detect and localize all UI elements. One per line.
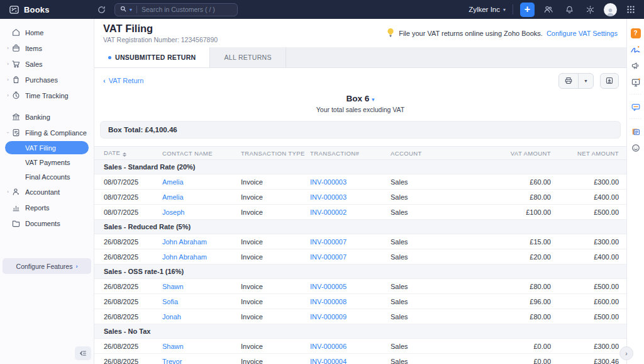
notifications-bell-icon[interactable] bbox=[562, 3, 576, 16]
table-row: 26/08/2025TrevorInvoiceINV-000004Sales£0… bbox=[94, 354, 626, 364]
top-bar: Books ▾ Zylker Inc ▾ + bbox=[0, 0, 644, 19]
sidebar-item-vat-payments[interactable]: VAT Payments bbox=[0, 155, 94, 169]
chat-feedback-icon[interactable] bbox=[630, 101, 641, 112]
sidebar-item-filing-compliance[interactable]: › Filing & Compliance bbox=[0, 125, 94, 140]
lightbulb-icon bbox=[386, 28, 395, 39]
settings-gear-icon[interactable] bbox=[583, 3, 597, 16]
print-options-caret[interactable]: ▼ bbox=[578, 74, 593, 88]
date-cell: 08/07/2025 bbox=[94, 193, 162, 201]
recent-history-icon[interactable] bbox=[94, 3, 108, 16]
sidebar-item-banking[interactable]: Banking bbox=[0, 109, 94, 125]
search-scope-chevron-icon[interactable]: ▾ bbox=[130, 7, 132, 13]
tab-unsubmitted-return[interactable]: UNSUBMITTED RETURN bbox=[94, 47, 210, 67]
contact-link[interactable]: Sofia bbox=[162, 298, 241, 305]
users-icon[interactable] bbox=[541, 3, 555, 16]
purchases-bag-icon bbox=[11, 75, 21, 84]
contact-link[interactable]: Shawn bbox=[162, 283, 241, 290]
date-cell: 26/08/2025 bbox=[94, 313, 162, 321]
table-section-header: Sales - OSS rate-1 (16%) bbox=[94, 264, 626, 279]
chevron-left-icon: ‹ bbox=[103, 77, 106, 84]
vat-registration-number: VAT Registration Number: 1234567890 bbox=[103, 36, 218, 43]
column-header-date[interactable]: DATE bbox=[94, 149, 162, 157]
org-switcher[interactable]: Zylker Inc ▾ bbox=[469, 6, 506, 13]
contact-link[interactable]: Amelia bbox=[162, 178, 241, 186]
transaction-link[interactable]: INV-000009 bbox=[310, 313, 391, 321]
contact-link[interactable]: John Abraham bbox=[162, 253, 241, 261]
sidebar-item-purchases[interactable]: › Purchases bbox=[0, 72, 94, 88]
export-pdf-button[interactable] bbox=[600, 73, 619, 89]
type-cell: Invoice bbox=[241, 283, 310, 290]
collapse-sidebar-button[interactable] bbox=[75, 346, 91, 360]
transaction-link[interactable]: INV-000002 bbox=[310, 208, 391, 216]
contact-link[interactable]: Jonah bbox=[162, 313, 241, 321]
chevron-down-icon: ▾ bbox=[503, 7, 506, 13]
type-cell: Invoice bbox=[241, 193, 310, 201]
contact-link[interactable]: Amelia bbox=[162, 193, 241, 201]
whats-new-icon[interactable] bbox=[630, 126, 641, 137]
transaction-link[interactable]: INV-000007 bbox=[310, 238, 391, 246]
box-selector[interactable]: Box 6 ▾ bbox=[346, 94, 374, 103]
quick-create-button[interactable]: + bbox=[520, 3, 535, 17]
apps-grid-icon[interactable] bbox=[624, 3, 638, 16]
sidebar-item-items[interactable]: › Items bbox=[0, 40, 94, 56]
transaction-link[interactable]: INV-000003 bbox=[310, 193, 391, 201]
sidebar-item-reports[interactable]: Reports bbox=[0, 200, 94, 215]
global-search[interactable]: ▾ bbox=[114, 3, 238, 16]
sidebar-item-accountant[interactable]: › Accountant bbox=[0, 184, 94, 200]
vat-return-back-link[interactable]: ‹ VAT Return bbox=[103, 77, 143, 84]
sidebar-item-time-tracking[interactable]: › Time Tracking bbox=[0, 88, 94, 103]
contact-link[interactable]: John Abraham bbox=[162, 238, 241, 246]
type-cell: Invoice bbox=[241, 178, 310, 186]
active-tab-dot bbox=[108, 56, 111, 59]
net-amount-cell: £300.00 bbox=[551, 178, 626, 186]
chevron-right-icon: › bbox=[75, 263, 77, 270]
demo-video-icon[interactable] bbox=[630, 77, 641, 88]
configure-features-button[interactable]: Configure Features › bbox=[3, 258, 91, 274]
tab-all-returns[interactable]: ALL RETURNS bbox=[210, 47, 286, 67]
sales-cart-icon bbox=[11, 59, 21, 69]
sidebar-item-home[interactable]: Home bbox=[0, 25, 94, 40]
type-cell: Invoice bbox=[241, 208, 310, 216]
transaction-link[interactable]: INV-000004 bbox=[310, 358, 391, 364]
print-button-group: ▼ bbox=[558, 73, 594, 89]
sidebar-item-final-accounts[interactable]: Final Accounts bbox=[0, 169, 94, 184]
transaction-link[interactable]: INV-000008 bbox=[310, 298, 391, 305]
configure-vat-settings-link[interactable]: Configure VAT Settings bbox=[547, 30, 618, 37]
date-cell: 26/08/2025 bbox=[94, 283, 162, 290]
search-input[interactable] bbox=[142, 6, 223, 13]
chevron-right-icon: › bbox=[5, 45, 11, 51]
announcements-megaphone-icon[interactable] bbox=[630, 60, 641, 71]
page-title: VAT Filing bbox=[103, 23, 218, 35]
vat-amount-cell: £15.00 bbox=[457, 238, 551, 246]
zia-assistant-icon[interactable] bbox=[630, 44, 641, 55]
print-button[interactable] bbox=[559, 74, 578, 88]
help-icon[interactable]: ? bbox=[630, 28, 641, 38]
sidebar-item-vat-filing[interactable]: VAT Filing bbox=[5, 141, 89, 154]
support-icon[interactable] bbox=[630, 142, 641, 153]
chevron-right-icon: › bbox=[5, 77, 11, 82]
sidebar-item-documents[interactable]: Documents bbox=[0, 215, 94, 231]
table-row: 26/08/2025SofiaInvoiceINV-000008Sales£96… bbox=[94, 294, 626, 309]
contact-link[interactable]: Shawn bbox=[162, 343, 241, 350]
user-avatar[interactable] bbox=[604, 3, 617, 16]
vat-amount-cell: £80.00 bbox=[457, 193, 551, 201]
type-cell: Invoice bbox=[241, 343, 310, 350]
vat-amount-cell: £60.00 bbox=[457, 178, 551, 186]
reports-chart-icon bbox=[11, 203, 21, 212]
transaction-link[interactable]: INV-000003 bbox=[310, 178, 391, 186]
account-cell: Sales bbox=[391, 208, 457, 216]
transaction-link[interactable]: INV-000007 bbox=[310, 253, 391, 261]
expand-panel-button[interactable]: › bbox=[619, 346, 633, 360]
sidebar-item-sales[interactable]: › Sales bbox=[0, 56, 94, 72]
app-logo[interactable]: Books bbox=[0, 4, 94, 15]
account-cell: Sales bbox=[391, 298, 457, 305]
contact-link[interactable]: Trevor bbox=[162, 358, 241, 364]
vat-amount-cell: £100.00 bbox=[457, 208, 551, 216]
table-header-row: DATE CONTACT NAME TRANSACTION TYPE TRANS… bbox=[94, 146, 626, 160]
table-section-header: Sales - No Tax bbox=[94, 324, 626, 339]
box-total-bar: Box Total: £4,100.46 bbox=[100, 121, 621, 139]
transaction-link[interactable]: INV-000005 bbox=[310, 283, 391, 290]
main-panel: VAT Filing VAT Registration Number: 1234… bbox=[94, 19, 626, 364]
transaction-link[interactable]: INV-000006 bbox=[310, 343, 391, 350]
contact-link[interactable]: Joseph bbox=[162, 208, 241, 216]
